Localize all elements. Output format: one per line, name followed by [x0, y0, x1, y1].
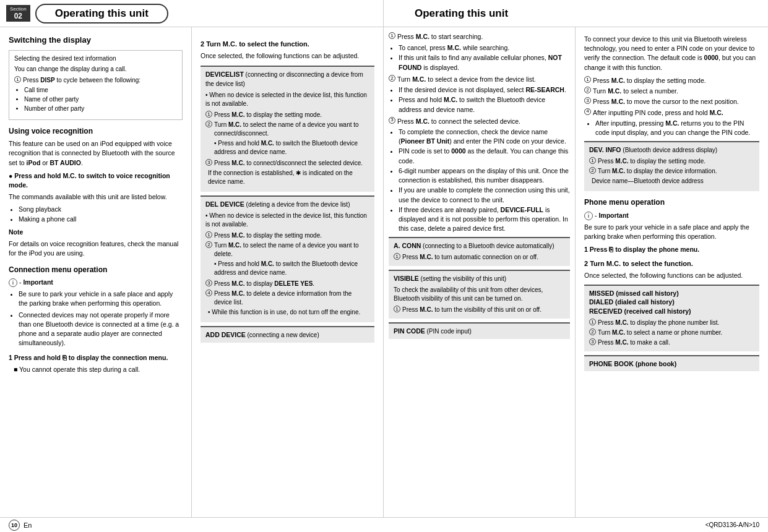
content-step: 1 Press M.C. to turn the visibility of t…: [394, 306, 565, 314]
infobox-step: 1 Press DISP to cycle between the follow…: [14, 76, 177, 85]
voice-commands-list: Song playback Making a phone call: [9, 205, 183, 224]
important-icon: i: [9, 278, 17, 287]
content-item: • When no device is selected in the devi…: [205, 91, 369, 108]
call-history-box: MISSED (missed call history) DIALED (dia…: [584, 285, 759, 351]
header: Section 02 Operating this unit Operating…: [0, 0, 768, 27]
list-item: To complete the connection, check the de…: [399, 127, 570, 146]
section-badge: Section 02: [6, 5, 30, 22]
step-text: Press M.C. to move the cursor to the nex…: [593, 97, 739, 106]
visible-title: VISIBLE: [394, 275, 419, 282]
content-step: 2 Turn M.C. to select a name or phone nu…: [589, 328, 754, 337]
pin-intro: To connect your device to this unit via …: [584, 35, 759, 72]
a-conn-box: A. CONN (connecting to a Bluetooth devic…: [389, 237, 570, 266]
visible-box: VISIBLE (setting the visibility of this …: [389, 270, 570, 319]
list-item: After inputting, pressing M.C. returns y…: [595, 119, 759, 137]
column-right1: 1 Press M.C. to start searching. To canc…: [384, 27, 576, 517]
phone-important-text: Be sure to park your vehicle in a safe p…: [584, 223, 759, 241]
main-content: Switching the display Selecting the desi…: [0, 27, 768, 517]
step-num: 1: [394, 306, 400, 312]
dev-info-box: DEV. INFO (Bluetooth device address disp…: [584, 141, 759, 191]
content-step: 2 Turn M.C. to select the name of a devi…: [205, 121, 369, 138]
r1-step1: 1 Press M.C. to start searching.: [389, 32, 570, 41]
phone-book-title: PHONE BOOK (phone book): [589, 360, 676, 367]
pin-code-title: PIN CODE: [394, 327, 425, 335]
step-text: Press M.C. to display the setting mode.: [214, 111, 322, 119]
footer-page: 10 En: [9, 520, 32, 531]
step-text: Press M.C. to display the setting mode.: [214, 231, 322, 240]
r1-step2-list: If the desired device is not displayed, …: [389, 85, 570, 114]
list-item: Be sure to park your vehicle in a safe p…: [19, 290, 183, 308]
step-text: Turn M.C. to display the device informat…: [598, 167, 717, 176]
r2-step4-list: After inputting, pressing M.C. returns y…: [584, 119, 759, 137]
step-text: Turn M.C. to select the name of a device…: [214, 241, 369, 259]
note-label: Note: [9, 228, 183, 237]
phone-menu-title: Phone menu operation: [584, 197, 759, 208]
step-text: Press M.C. to display the setting mode.: [598, 157, 705, 166]
header-right: Operating this unit: [384, 0, 768, 27]
list-item: If this unit fails to find any available…: [399, 53, 570, 72]
list-item: Name of other party: [24, 95, 177, 104]
content-step: 1 Press M.C. to display the phone number…: [589, 319, 754, 327]
step-num: 1: [205, 111, 212, 118]
step-text: Press M.C. to display DELETE YES.: [214, 280, 314, 288]
content-step: 2 Turn M.C. to select the name of a devi…: [205, 241, 369, 259]
content-note: If the connection is established, ✱ is i…: [205, 169, 369, 186]
r2-step4: 4 After inputting PIN code, press and ho…: [584, 108, 759, 118]
step-num: 2: [589, 328, 596, 335]
step-num: 2: [389, 75, 395, 82]
header-left: Section 02 Operating this unit: [0, 0, 384, 27]
visible-suffix: (setting the visibility of this unit): [419, 275, 506, 282]
step-num: 4: [205, 290, 212, 296]
step-num: 2: [589, 167, 596, 174]
content-step: 3 Press M.C. to display DELETE YES.: [205, 280, 369, 288]
switching-display-title: Switching the display: [9, 35, 183, 46]
phone-step2-header: 2 Turn M.C. to select the function.: [584, 259, 759, 269]
step-num: 3: [589, 338, 596, 345]
dev-info-note: Device name—Bluetooth device address: [589, 177, 754, 186]
content-step: 3 Press M.C. to connect/disconnect the s…: [205, 159, 369, 168]
list-item: Number of other party: [24, 105, 177, 113]
connection-menu-title: Connection menu operation: [9, 265, 183, 275]
list-item: If the desired device is not displayed, …: [399, 85, 570, 95]
list-item: If three devices are already paired, DEV…: [399, 205, 570, 234]
page: Section 02 Operating this unit Operating…: [0, 0, 768, 532]
step-number-1: 1: [14, 76, 21, 83]
visible-text: To check the availability of this unit f…: [394, 286, 565, 303]
list-item: Call time: [24, 86, 177, 95]
content-sub: • Press and hold M.C. to switch the Blue…: [205, 260, 369, 277]
content-step: 1 Press M.C. to display the setting mode…: [205, 111, 369, 119]
r2-step3: 3 Press M.C. to move the cursor to the n…: [584, 97, 759, 106]
step-num: 3: [205, 280, 212, 286]
r1-step2: 2 Turn M.C. to select a device from the …: [389, 75, 570, 84]
phone-step2-text: Once selected, the following functions c…: [584, 271, 759, 280]
content-note: • While this function is in use, do not …: [205, 308, 369, 317]
column-right2: To connect your device to this unit via …: [576, 27, 768, 517]
del-device-suffix: (deleting a device from the device list): [244, 201, 350, 208]
page-num-text: 10: [11, 522, 17, 528]
devicelist-content: • When no device is selected in the devi…: [205, 91, 369, 186]
list-item: Song playback: [19, 205, 183, 214]
phone-step1: 1 Press ⎘ to display the phone menu.: [584, 245, 759, 254]
dialed-label: DIALED (dialed call history): [589, 298, 754, 307]
list-item: PIN code is set to 0000 as the default. …: [399, 147, 570, 165]
important-icon: i: [584, 212, 593, 220]
step-num: 4: [584, 108, 591, 115]
step-text: Press M.C. to turn automatic connection …: [402, 253, 538, 262]
a-conn-content: 1 Press M.C. to turn automatic connectio…: [394, 253, 565, 262]
a-conn-title: A. CONN: [394, 242, 421, 249]
dev-info-title: DEV. INFO: [589, 146, 621, 153]
note-text: For details on voice recognition feature…: [9, 239, 183, 258]
step-num: 2: [205, 121, 212, 127]
step-text: Press M.C. to make a call.: [598, 338, 670, 347]
step-text: Press M.C. to turn the visibility of thi…: [402, 306, 541, 314]
step-num: 3: [205, 159, 212, 166]
call-history-content: 1 Press M.C. to display the phone number…: [589, 319, 754, 347]
header-title-left: Operating this unit: [35, 4, 168, 24]
phone-important: i- Important: [584, 211, 759, 220]
footer: 10 En <QRD3136-A/N>10: [0, 517, 768, 532]
voice-recognition-para: This feature can be used on an iPod equi…: [9, 139, 183, 168]
content-step: 1 Press M.C. to turn automatic connectio…: [394, 253, 565, 262]
switching-display-box: Selecting the desired text information Y…: [9, 50, 183, 120]
step2-text: Once selected, the following functions c…: [201, 51, 374, 61]
column-left: Switching the display Selecting the desi…: [0, 27, 192, 517]
